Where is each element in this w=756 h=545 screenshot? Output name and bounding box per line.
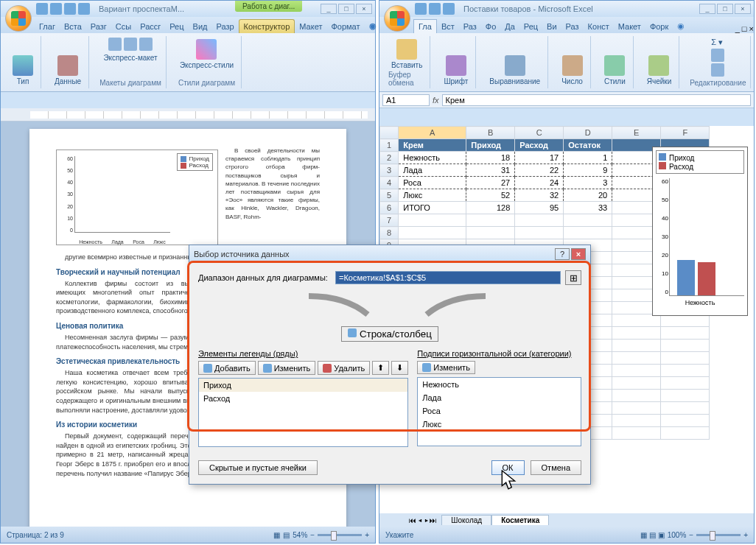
series-listbox[interactable]: Приход Расход [198,378,408,447]
add-series-button[interactable]: Добавить [198,361,256,375]
range-label: Диапазон данных для диаграммы: [198,273,331,282]
axis-labels-label: Подписи горизонтальной оси (категории) [417,349,581,358]
embedded-chart[interactable]: Приход Расход 6050403020100 НежностьЛада… [56,150,218,245]
edit-series-button[interactable]: Изменить [258,361,316,375]
delete-series-button[interactable]: Удалить [318,361,370,375]
edit-icon [263,364,272,373]
save-icon[interactable] [36,3,48,15]
series-item[interactable]: Приход [199,379,407,392]
tab-home[interactable]: Глаг [35,20,60,33]
zoom-control[interactable]: ▦ ▤ ▣ 100% −+ [640,531,748,539]
range-input[interactable] [335,271,561,284]
paste-button[interactable]: Вставить [388,38,425,71]
layout-preset-icon[interactable] [139,38,153,51]
category-item[interactable]: Лада [418,391,581,404]
close-button[interactable]: × [735,4,751,14]
category-item[interactable]: Роса [418,404,581,418]
group-layouts-label: Макеты диаграмм [99,79,161,87]
close-button[interactable]: × [571,248,586,260]
tab-data[interactable]: Да [500,20,519,33]
tab-view[interactable]: Ви [542,20,561,33]
tab-layout[interactable]: Макет [614,20,645,33]
formula-input[interactable] [442,94,751,106]
tab-insert[interactable]: Вст [437,20,459,33]
sheet-tabs: ⏮ ◀ ▶ ⏭ Шоколад Косметика [379,513,754,527]
excel-embedded-chart[interactable]: Приход Расход 6050403020100 Нежность [652,147,748,316]
category-item[interactable]: Люкс [418,418,581,431]
tab-formulas[interactable]: Фо [481,20,500,33]
ruler[interactable] [1,108,375,122]
office-button-excel[interactable] [384,5,410,32]
tab-design[interactable]: Конст [584,20,614,33]
align-button[interactable]: Выравнивание [486,54,543,87]
zoom-value[interactable]: 54% [293,531,307,539]
undo-icon[interactable] [50,3,62,15]
fill-icon[interactable] [711,49,724,62]
tab-chart-layout[interactable]: Макет [295,20,326,33]
legend-entries-label: Элементы легенды (ряды) [198,349,408,358]
category-item[interactable]: Нежность [418,378,581,391]
tab-format[interactable]: Форк [645,20,673,33]
clear-icon[interactable] [711,63,724,77]
layout-preset-icon[interactable] [124,38,137,51]
sheet-tab-2[interactable]: Косметика [491,515,549,525]
tab-format[interactable]: Формат [326,20,364,33]
series-item[interactable]: Расход [199,392,407,405]
font-button[interactable]: Шрифт [441,54,471,87]
help-button[interactable]: ? [555,248,570,260]
save-icon[interactable] [415,3,427,15]
move-up-button[interactable]: ⬆ [372,361,389,375]
tab-mailings[interactable]: Рассг [136,20,165,33]
tab-home[interactable]: Гла [413,19,437,33]
redo-icon[interactable] [64,3,76,15]
fx-icon[interactable]: fx [433,96,439,105]
office-button[interactable] [5,5,32,32]
name-box[interactable] [382,94,430,106]
switch-row-column-button[interactable]: Строка/столбец [341,326,438,342]
move-down-button[interactable]: ⬇ [391,361,408,375]
number-button[interactable]: Число [559,54,586,87]
minimize-button[interactable]: _ [321,4,337,14]
tab-pagelayout[interactable]: Раз [459,20,481,33]
cancel-button[interactable]: Отмена [531,460,581,475]
qat-icon[interactable] [78,3,90,15]
tab-view[interactable]: Вид [189,20,212,33]
layout-preset-icon[interactable] [108,38,122,51]
hidden-cells-button[interactable]: Скрытые и пустые ячейки [198,460,318,475]
edit-categories-button[interactable]: Изменить [417,361,475,374]
editing-label: Редактирование [690,79,746,87]
page-indicator[interactable]: Страница: 2 из 9 [7,531,64,539]
view-icon[interactable]: ▦ [273,531,280,539]
help-icon[interactable]: ◉ [673,19,689,33]
sheet-nav-icon[interactable]: ⏮ ◀ ▶ ⏭ [409,516,437,524]
tab-design[interactable]: Конструктор [239,19,295,33]
quick-layout-label[interactable]: Экспресс-макет [103,54,157,62]
chart-type-button[interactable]: Тип [10,54,36,87]
tab-insert[interactable]: Вста [60,20,86,33]
tab-review[interactable]: Рец [519,20,542,33]
sheet-tab-1[interactable]: Шоколад [441,515,491,525]
excel-titlebar: Поставки товаров - Microsoft Excel _ □ × [379,1,754,17]
ok-button[interactable]: ОК [491,460,525,475]
tab-developer[interactable]: Раз [561,20,584,33]
zoom-control[interactable]: ▦ ▤ 54% −+ [273,531,369,539]
styles-button[interactable]: Стили [601,54,629,87]
minimize-button[interactable]: _ [699,4,715,14]
tab-developer[interactable]: Разр [211,20,238,33]
view-icon[interactable]: ▤ [283,531,290,539]
close-button[interactable]: × [356,4,372,14]
tab-review[interactable]: Рец [165,20,188,33]
chart-styles-button[interactable]: Экспресс-стили [177,38,237,71]
chart-data-button[interactable]: Данные [52,54,84,87]
dialog-titlebar[interactable]: Выбор источника данных ? × [189,245,590,263]
formula-bar: fx [379,92,754,108]
redo-icon[interactable] [443,3,455,15]
tab-layout[interactable]: Разг [86,20,111,33]
range-selector-button[interactable]: ⊞ [565,270,581,285]
categories-listbox[interactable]: Нежность Лада Роса Люкс [417,377,581,446]
undo-icon[interactable] [429,3,441,15]
cells-button[interactable]: Ячейки [644,54,675,87]
tab-references[interactable]: Ссы [111,20,136,33]
maximize-button[interactable]: □ [717,4,733,14]
maximize-button[interactable]: □ [338,4,354,14]
